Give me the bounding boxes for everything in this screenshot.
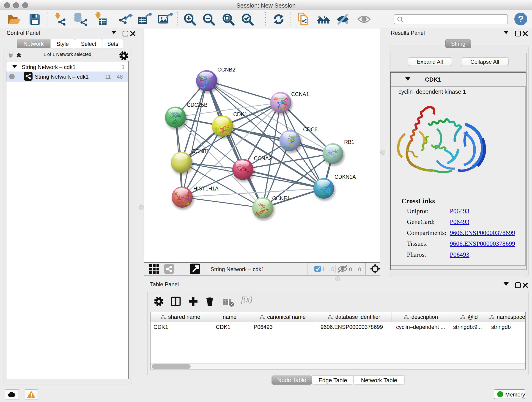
svg-text:CDC25B: CDC25B	[187, 102, 208, 108]
svg-text:CCNB2: CCNB2	[217, 67, 235, 73]
svg-text:CCNA2: CCNA2	[254, 155, 272, 161]
svg-text:CCNB1: CCNB1	[191, 148, 209, 154]
svg-text:CDK1: CDK1	[233, 111, 247, 117]
svg-text:CDC6: CDC6	[303, 127, 317, 133]
svg-text:CCNA1: CCNA1	[291, 91, 309, 97]
svg-text:RB1: RB1	[344, 139, 355, 145]
svg-text:CCNE1: CCNE1	[272, 196, 290, 201]
svg-text:CDKN1A: CDKN1A	[335, 174, 356, 180]
svg-text:HIST1H1A: HIST1H1A	[193, 186, 219, 191]
